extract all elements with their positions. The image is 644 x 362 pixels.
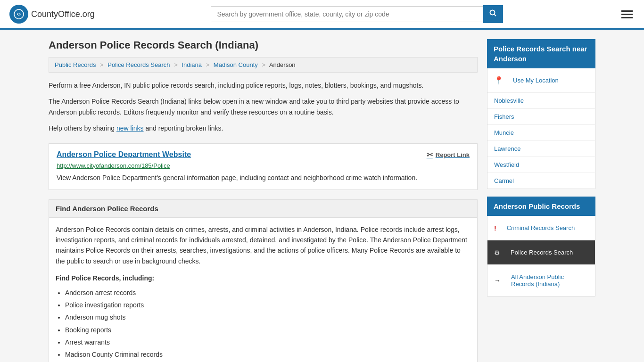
- police-records-active-link[interactable]: Police Records Search: [504, 245, 579, 260]
- nearby-body: 📍 Use My Location Noblesville Fishers Mu…: [487, 68, 595, 189]
- sidebar-nearby-carmel[interactable]: Carmel: [487, 173, 595, 189]
- public-records-title: Anderson Public Records: [487, 197, 595, 216]
- list-item: Anderson arrest records: [65, 288, 471, 298]
- nearby-section: Police Records Search near Anderson 📍 Us…: [487, 39, 595, 189]
- breadcrumb-sep-4: >: [262, 61, 265, 68]
- public-records-body: ! Criminal Records Search ⚙ Police Recor…: [487, 216, 595, 296]
- description-1: Perform a free Anderson, IN public polic…: [49, 80, 478, 90]
- find-records-list-title: Find Police Records, including:: [56, 273, 471, 283]
- desc3-prefix: Help others by sharing: [49, 124, 116, 132]
- description-3: Help others by sharing new links and rep…: [49, 123, 478, 133]
- sidebar-nearby-fishers[interactable]: Fishers: [487, 109, 595, 125]
- sidebar-nearby-westfield[interactable]: Westfield: [487, 157, 595, 173]
- search-bar: [211, 5, 503, 23]
- sidebar: Police Records Search near Anderson 📍 Us…: [487, 39, 595, 362]
- new-links-link[interactable]: new links: [116, 124, 144, 132]
- police-records-item-active[interactable]: ⚙ Police Records Search: [487, 240, 595, 265]
- exclamation-icon: !: [494, 224, 496, 232]
- all-records-item[interactable]: → All Anderson Public Records (Indiana): [487, 265, 595, 296]
- criminal-records-link[interactable]: Criminal Records Search: [500, 220, 582, 236]
- breadcrumb-sep-2: >: [174, 61, 178, 68]
- police-dept-link[interactable]: Anderson Police Department Website: [57, 150, 191, 159]
- list-item: Anderson mug shots: [65, 312, 471, 322]
- breadcrumb-police-records-search[interactable]: Police Records Search: [107, 61, 170, 68]
- main-container: Anderson Police Records Search (Indiana)…: [39, 30, 605, 362]
- arrow-icon: →: [494, 277, 501, 284]
- find-records-body: Anderson Police Records contain details …: [49, 218, 477, 362]
- svg-point-2: [490, 10, 495, 15]
- list-item: Arrest warrants: [65, 337, 471, 347]
- report-label: Report Link: [436, 151, 470, 158]
- list-item: Booking reports: [65, 325, 471, 335]
- description-2: The Anderson Police Records Search (Indi…: [49, 96, 478, 117]
- menu-line-2: [621, 14, 633, 15]
- breadcrumb-madison-county[interactable]: Madison County: [214, 61, 258, 68]
- link-card-description: View Anderson Police Department's genera…: [57, 173, 470, 183]
- sidebar-nearby-lawrence[interactable]: Lawrence: [487, 141, 595, 157]
- search-icon: [489, 9, 497, 17]
- menu-line-1: [621, 10, 633, 12]
- link-card: Anderson Police Department Website ✂ Rep…: [49, 143, 478, 190]
- breadcrumb-indiana[interactable]: Indiana: [182, 61, 202, 68]
- menu-line-3: [621, 17, 633, 18]
- find-records-header: Find Anderson Police Records: [49, 200, 477, 218]
- gear-icon: ⚙: [494, 249, 500, 256]
- desc3-suffix: and reporting broken links.: [144, 124, 223, 132]
- breadcrumb-anderson: Anderson: [269, 61, 296, 68]
- find-records-body-text: Anderson Police Records contain details …: [56, 224, 471, 267]
- police-dept-url[interactable]: http://www.cityofanderson.com/185/Police: [57, 162, 470, 169]
- breadcrumb: Public Records > Police Records Search >…: [49, 57, 478, 73]
- scissors-icon: ✂: [427, 150, 433, 159]
- public-records-section: Anderson Public Records ! Criminal Recor…: [487, 197, 595, 296]
- sidebar-nearby-noblesville[interactable]: Noblesville: [487, 93, 595, 109]
- list-item: Madison County Criminal records: [65, 349, 471, 360]
- location-pin-icon: 📍: [494, 76, 504, 85]
- search-input[interactable]: [211, 6, 483, 22]
- criminal-records-item[interactable]: ! Criminal Records Search: [487, 216, 595, 240]
- link-card-title-row: Anderson Police Department Website ✂ Rep…: [57, 150, 470, 159]
- main-content: Anderson Police Records Search (Indiana)…: [49, 39, 478, 362]
- list-item: Police investigation reports: [65, 300, 471, 310]
- logo-suffix: .org: [80, 9, 95, 19]
- page-title: Anderson Police Records Search (Indiana): [49, 39, 478, 51]
- svg-point-1: [18, 13, 20, 15]
- report-link-button[interactable]: ✂ Report Link: [427, 150, 470, 159]
- breadcrumb-public-records[interactable]: Public Records: [55, 61, 96, 68]
- breadcrumb-sep-3: >: [206, 61, 210, 68]
- all-records-link[interactable]: All Anderson Public Records (Indiana): [504, 269, 588, 292]
- svg-line-3: [495, 15, 496, 16]
- find-records-section: Find Anderson Police Records Anderson Po…: [49, 199, 478, 362]
- logo-icon: [9, 5, 28, 24]
- logo-text: CountyOffice.org: [31, 9, 95, 19]
- logo-area: CountyOffice.org: [9, 5, 95, 24]
- site-header: CountyOffice.org: [0, 0, 644, 30]
- find-records-list: Anderson arrest records Police investiga…: [56, 288, 471, 360]
- sidebar-nearby-muncie[interactable]: Muncie: [487, 125, 595, 141]
- use-location-row: 📍 Use My Location: [487, 68, 595, 93]
- logo-name: CountyOffice: [31, 9, 80, 19]
- nearby-title: Police Records Search near Anderson: [487, 39, 595, 68]
- search-button[interactable]: [483, 5, 503, 23]
- use-my-location-link[interactable]: Use My Location: [506, 73, 565, 88]
- breadcrumb-sep-1: >: [100, 61, 104, 68]
- hamburger-menu-button[interactable]: [619, 8, 635, 20]
